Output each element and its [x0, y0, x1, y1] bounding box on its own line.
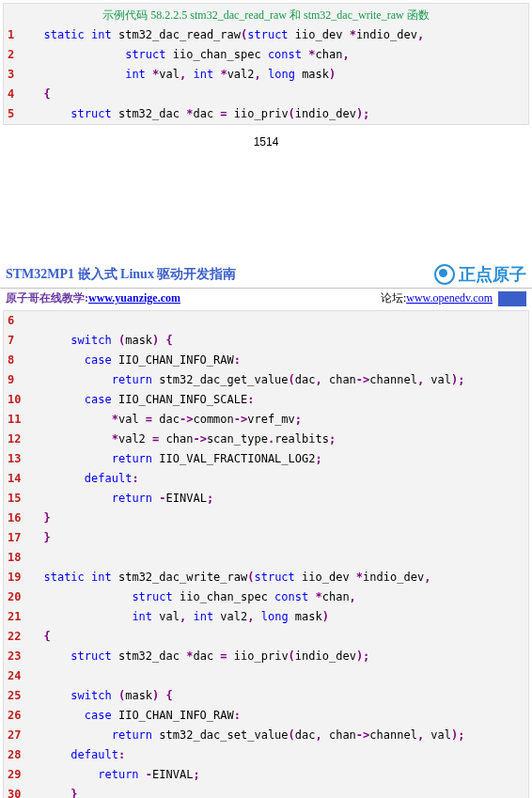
code-line: 16 }: [4, 509, 528, 528]
code-block-2: 67 switch (mask) {8 case IIO_CHAN_INFO_R…: [3, 310, 529, 798]
code-content: switch (mask) {: [24, 331, 528, 351]
brand: 正点原子: [434, 263, 526, 286]
code-line: 5 struct stm32_dac *dac = iio_priv(indio…: [4, 104, 528, 124]
brand-text: 正点原子: [459, 263, 526, 286]
code-line: 4 {: [4, 85, 528, 104]
code-content: {: [24, 627, 528, 647]
line-number: 4: [4, 85, 24, 104]
line-number: 2: [4, 45, 24, 65]
code-line: 1 static int stm32_dac_read_raw(struct i…: [4, 25, 528, 45]
page-number: 1514: [0, 128, 532, 167]
page2: STM32MP1 嵌入式 Linux 驱动开发指南 正点原子 原子哥在线教学:w…: [0, 261, 532, 798]
line-number: 11: [4, 410, 24, 430]
code-content: return -EINVAL;: [24, 765, 528, 785]
code-content: default:: [24, 745, 528, 765]
code-content: switch (mask) {: [24, 686, 528, 706]
code-line: 22 {: [4, 627, 528, 647]
line-number: 13: [4, 449, 24, 469]
code-content: return stm32_dac_get_value(dac, chan->ch…: [24, 370, 528, 390]
code-content: return IIO_VAL_FRACTIONAL_LOG2;: [24, 449, 528, 469]
code-content: struct iio_chan_spec const *chan,: [24, 45, 528, 65]
code-line: 6: [4, 311, 528, 331]
line-number: 17: [4, 528, 24, 548]
page2-subheader: 原子哥在线教学:www.yuanzige.com 论坛:www.openedv.…: [0, 289, 532, 310]
code-lines-1: 1 static int stm32_dac_read_raw(struct i…: [4, 25, 528, 124]
line-number: 27: [4, 726, 24, 745]
code-block-1: 示例代码 58.2.2.5 stm32_dac_read_raw 和 stm32…: [3, 3, 529, 125]
line-number: 12: [4, 430, 24, 449]
line-number: 7: [4, 331, 24, 351]
document: 示例代码 58.2.2.5 stm32_dac_read_raw 和 stm32…: [0, 3, 532, 798]
code-line: 23 struct stm32_dac *dac = iio_priv(indi…: [4, 647, 528, 666]
line-number: 24: [4, 666, 24, 686]
line-number: 20: [4, 587, 24, 607]
code-line: 24: [4, 666, 528, 686]
code-content: }: [24, 509, 528, 528]
code-content: struct stm32_dac *dac = iio_priv(indio_d…: [24, 104, 528, 124]
code-line: 27 return stm32_dac_set_value(dac, chan-…: [4, 726, 528, 745]
page2-title: STM32MP1 嵌入式 Linux 驱动开发指南: [6, 266, 236, 283]
code-line: 10 case IIO_CHAN_INFO_SCALE:: [4, 390, 528, 410]
blue-marker-icon: [498, 291, 526, 306]
code-content: case IIO_CHAN_INFO_SCALE:: [24, 390, 528, 410]
code-content: {: [24, 85, 528, 104]
code-line: 12 *val2 = chan->scan_type.realbits;: [4, 430, 528, 449]
code-line: 7 switch (mask) {: [4, 331, 528, 351]
link-openedv[interactable]: www.openedv.com: [406, 291, 493, 305]
line-number: 9: [4, 370, 24, 390]
line-number: 28: [4, 745, 24, 765]
line-number: 6: [4, 311, 24, 331]
line-number: 30: [4, 785, 24, 798]
code-title: 示例代码 58.2.2.5 stm32_dac_read_raw 和 stm32…: [4, 4, 528, 25]
code-line: 20 struct iio_chan_spec const *chan,: [4, 587, 528, 607]
code-content: static int stm32_dac_read_raw(struct iio…: [24, 25, 528, 45]
line-number: 22: [4, 627, 24, 647]
code-line: 18: [4, 548, 528, 568]
line-number: 1: [4, 25, 24, 45]
line-number: 25: [4, 686, 24, 706]
code-content: }: [24, 785, 528, 798]
code-content: struct stm32_dac *dac = iio_priv(indio_d…: [24, 647, 528, 666]
code-line: 25 switch (mask) {: [4, 686, 528, 706]
code-content: default:: [24, 469, 528, 489]
code-content: struct iio_chan_spec const *chan,: [24, 587, 528, 607]
code-content: }: [24, 528, 528, 548]
code-line: 13 return IIO_VAL_FRACTIONAL_LOG2;: [4, 449, 528, 469]
code-content: case IIO_CHAN_INFO_RAW:: [24, 351, 528, 370]
code-line: 8 case IIO_CHAN_INFO_RAW:: [4, 351, 528, 370]
line-number: 18: [4, 548, 24, 568]
code-content: int *val, int *val2, long mask): [24, 65, 528, 85]
line-number: 26: [4, 706, 24, 726]
subheader-right: 论坛:www.openedv.com: [381, 290, 526, 306]
sub-right-prefix: 论坛:: [381, 291, 406, 305]
code-line: 19 static int stm32_dac_write_raw(struct…: [4, 568, 528, 587]
line-number: 3: [4, 65, 24, 85]
line-number: 5: [4, 104, 24, 124]
code-line: 30 }: [4, 785, 528, 798]
code-line: 2 struct iio_chan_spec const *chan,: [4, 45, 528, 65]
line-number: 21: [4, 607, 24, 627]
code-line: 28 default:: [4, 745, 528, 765]
code-line: 15 return -EINVAL;: [4, 489, 528, 509]
code-lines-2: 67 switch (mask) {8 case IIO_CHAN_INFO_R…: [4, 311, 528, 798]
page2-header: STM32MP1 嵌入式 Linux 驱动开发指南 正点原子: [0, 261, 532, 289]
code-content: *val2 = chan->scan_type.realbits;: [24, 430, 528, 449]
code-content: case IIO_CHAN_INFO_RAW:: [24, 706, 528, 726]
page-gap: [0, 167, 532, 261]
line-number: 29: [4, 765, 24, 785]
brand-logo-icon: [434, 264, 455, 285]
code-content: static int stm32_dac_write_raw(struct ii…: [24, 568, 528, 587]
line-number: 19: [4, 568, 24, 587]
link-yuanzige[interactable]: www.yuanzige.com: [88, 291, 180, 305]
line-number: 15: [4, 489, 24, 509]
line-number: 14: [4, 469, 24, 489]
code-content: int val, int val2, long mask): [24, 607, 528, 627]
line-number: 10: [4, 390, 24, 410]
code-line: 21 int val, int val2, long mask): [4, 607, 528, 627]
code-line: 26 case IIO_CHAN_INFO_RAW:: [4, 706, 528, 726]
code-line: 3 int *val, int *val2, long mask): [4, 65, 528, 85]
code-content: return stm32_dac_set_value(dac, chan->ch…: [24, 726, 528, 745]
code-line: 17 }: [4, 528, 528, 548]
line-number: 8: [4, 351, 24, 370]
code-line: 11 *val = dac->common->vref_mv;: [4, 410, 528, 430]
